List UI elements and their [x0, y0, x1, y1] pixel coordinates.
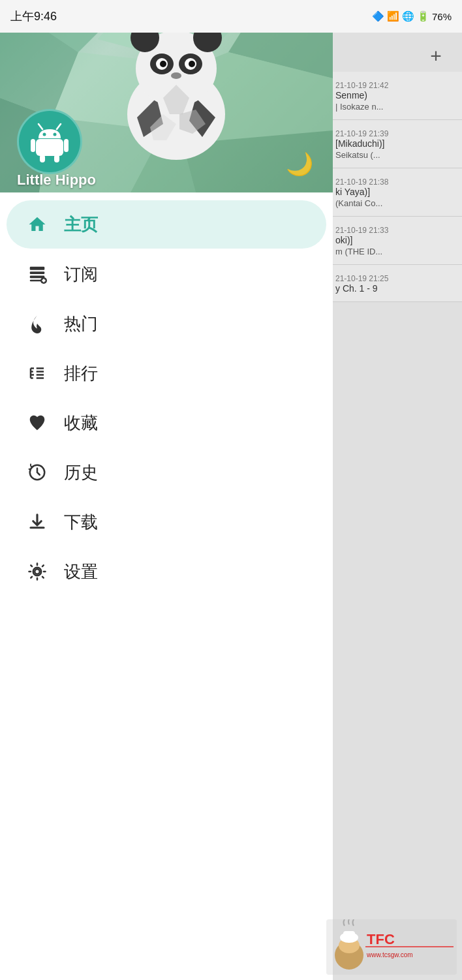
right-list-item[interactable]: 21-10-19 21:33 oki)] m (THE ID...: [326, 217, 462, 265]
user-name: Little Hippo: [17, 172, 96, 189]
nav-item-download[interactable]: 下载: [7, 498, 326, 546]
status-time: 上午9:46: [10, 8, 57, 24]
svg-rect-35: [54, 155, 59, 162]
right-list: 21-10-19 21:42 Senme) | Isokaze n... 21-…: [326, 72, 462, 302]
hot-icon: [22, 309, 52, 339]
item-title: y Ch. 1 - 9: [335, 283, 453, 294]
svg-point-29: [43, 133, 46, 136]
status-bar: 上午9:46 🔷 📶 🌐 🔋 76%: [0, 0, 462, 33]
nav-label-subscribe: 订阅: [64, 263, 98, 286]
status-icons: 🔷 📶 🌐 🔋 76%: [372, 10, 452, 22]
right-list-item[interactable]: 21-10-19 21:38 ki Yaya)] (Kantai Co...: [326, 168, 462, 217]
svg-text:TFC: TFC: [367, 931, 395, 947]
svg-rect-37: [30, 271, 45, 274]
android-robot-icon: [27, 119, 72, 164]
nav-label-home: 主页: [64, 213, 98, 236]
svg-line-28: [57, 124, 61, 129]
item-time: 21-10-19 21:33: [335, 226, 453, 235]
item-title: ki Yaya)]: [335, 187, 453, 197]
download-icon: [22, 507, 52, 537]
avatar[interactable]: [17, 109, 82, 174]
nav-label-hot: 热门: [64, 313, 98, 335]
add-button[interactable]: +: [420, 40, 452, 72]
nav-label-download: 下载: [64, 511, 98, 534]
svg-point-30: [54, 133, 57, 136]
right-list-item[interactable]: 21-10-19 21:39 [Mikaduchi)] Seikatsu (..…: [326, 120, 462, 168]
item-title: Senme): [335, 90, 453, 100]
battery-percent: 76%: [432, 11, 452, 22]
svg-rect-31: [36, 139, 63, 156]
svg-rect-32: [31, 139, 35, 152]
nav-label-rank: 排行: [64, 362, 98, 385]
nav-item-subscribe[interactable]: 订阅: [7, 250, 326, 298]
history-icon: [22, 457, 52, 487]
watermark-image: TFC www.tcsgw.com: [326, 919, 457, 975]
svg-rect-42: [42, 280, 46, 282]
svg-rect-34: [40, 155, 45, 162]
drawer: Little Hippo 🌙 主页 订阅 热门 排行 收藏 历史 下载: [0, 0, 333, 980]
home-icon: [22, 209, 52, 239]
item-time: 21-10-19 21:42: [335, 81, 453, 90]
svg-rect-33: [64, 139, 69, 152]
signal-icon: 📶: [387, 10, 399, 22]
nav-item-settings[interactable]: 设置: [7, 547, 326, 596]
right-list-item[interactable]: 21-10-19 21:25 y Ch. 1 - 9: [326, 265, 462, 302]
nav-label-settings: 设置: [64, 560, 98, 583]
nav-item-hot[interactable]: 热门: [7, 299, 326, 348]
nav-label-favorites: 收藏: [64, 412, 98, 435]
watermark: TFC www.tcsgw.com: [326, 919, 457, 975]
svg-point-23: [171, 72, 181, 79]
item-time: 21-10-19 21:39: [335, 129, 453, 138]
item-title: oki)]: [335, 235, 453, 245]
nav-item-rank[interactable]: 排行: [7, 349, 326, 397]
right-list-item[interactable]: 21-10-19 21:42 Senme) | Isokaze n...: [326, 72, 462, 120]
item-time: 21-10-19 21:25: [335, 274, 453, 283]
svg-point-22: [189, 61, 195, 67]
item-sub: | Isokaze n...: [335, 102, 453, 112]
rank-icon: [22, 358, 52, 388]
nav-label-history: 历史: [64, 461, 98, 484]
bluetooth-icon: 🔷: [372, 10, 384, 22]
svg-rect-59: [343, 931, 355, 940]
nav-item-history[interactable]: 历史: [7, 448, 326, 497]
settings-icon: [22, 557, 52, 587]
item-sub: Seikatsu (...: [335, 150, 453, 160]
item-time: 21-10-19 21:38: [335, 177, 453, 187]
subscribe-icon: [22, 259, 52, 289]
svg-point-53: [35, 569, 40, 574]
svg-point-21: [160, 61, 166, 67]
nav-item-home[interactable]: 主页: [7, 200, 326, 249]
item-title: [Mikaduchi)]: [335, 138, 453, 149]
svg-text:www.tcsgw.com: www.tcsgw.com: [366, 951, 413, 958]
wifi-icon: 🌐: [402, 10, 414, 22]
moon-icon[interactable]: 🌙: [286, 151, 313, 177]
item-sub: (Kantai Co...: [335, 198, 453, 208]
battery-icon: 🔋: [417, 10, 429, 22]
nav-list: 主页 订阅 热门 排行 收藏 历史 下载 设置: [0, 192, 333, 980]
heart-icon: [22, 408, 52, 438]
svg-line-27: [38, 124, 42, 129]
item-sub: m (THE ID...: [335, 247, 453, 256]
svg-rect-36: [30, 267, 45, 270]
panda-figure: [104, 13, 248, 163]
nav-item-favorites[interactable]: 收藏: [7, 399, 326, 447]
